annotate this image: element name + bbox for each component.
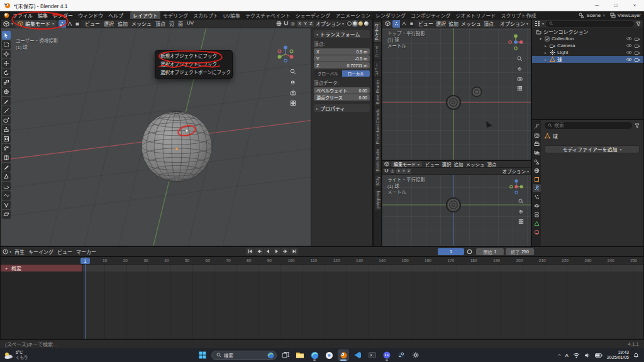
sidebar-tab[interactable]: Bone-Reader	[375, 78, 380, 106]
editor-type-icon[interactable]	[3, 21, 9, 27]
transform-section-header[interactable]: ▾ トランスフォーム	[314, 30, 370, 38]
edge-select-icon[interactable]	[400, 20, 408, 28]
tool-spin-icon[interactable]	[2, 182, 11, 190]
timeline-menu[interactable]: 再生	[13, 248, 26, 255]
frame-end-field[interactable]: 終了250	[506, 248, 534, 255]
start-button[interactable]	[197, 349, 208, 361]
mirror-axis-button[interactable]: X	[396, 168, 401, 174]
space-toggle-button[interactable]: ローカル	[342, 70, 370, 77]
blender-menu-icon[interactable]	[3, 12, 9, 18]
taskbar-app-discord[interactable]	[381, 349, 392, 361]
viewport-right-canvas[interactable]: ライト・平行投影 (1) 球 メートル	[382, 175, 531, 246]
tool-move-icon[interactable]	[2, 59, 11, 68]
outliner-row-camera[interactable]: ▸ Camera	[532, 42, 643, 49]
editor-type-dropdown-icon[interactable]: ▾	[11, 21, 13, 26]
viewport-menu[interactable]: ビュー	[424, 161, 441, 168]
tab-object-data-icon[interactable]	[533, 219, 541, 228]
outliner-row-sphere[interactable]: ▸ 球	[532, 56, 643, 63]
vertex-data-field[interactable]: ベベルウェイト0.00	[314, 87, 370, 94]
viewport-menu[interactable]: メッシュ	[465, 161, 486, 168]
frame-start-field[interactable]: 開始1	[476, 248, 504, 255]
tool-scale-icon[interactable]	[2, 78, 11, 87]
scene-unlink-icon[interactable]: ×	[602, 13, 606, 18]
expand-icon[interactable]: ▾	[538, 36, 543, 41]
navigation-gizmo[interactable]	[507, 33, 525, 51]
topbar-menu[interactable]: ファイル	[10, 12, 35, 19]
snap-magnet-icon[interactable]	[384, 168, 389, 173]
tool-select-box-icon[interactable]	[2, 40, 11, 49]
vertex-select-icon[interactable]	[392, 20, 400, 28]
zoom-icon[interactable]	[518, 199, 524, 204]
current-frame-field[interactable]: 1	[438, 248, 464, 255]
editor-type-icon[interactable]	[384, 162, 389, 167]
tool-annotate-icon[interactable]	[2, 97, 11, 106]
menu-item-hook-selected-object[interactable]: 選択オブジェクトにフック	[155, 60, 232, 69]
sidebar-tab[interactable]: ビュー	[374, 61, 381, 77]
tab-tool-icon[interactable]	[533, 123, 541, 131]
clock-widget[interactable]: 19:43 2025/01/05	[607, 350, 629, 361]
edge-select-icon[interactable]	[66, 20, 74, 28]
timeline-menu[interactable]: マーカー	[74, 248, 98, 255]
frame-ruler[interactable]: 1020304050607080901001101201301401501601…	[82, 257, 643, 265]
zoom-icon[interactable]	[290, 69, 296, 75]
taskbar-app-settings[interactable]	[410, 349, 421, 361]
viewport-menu[interactable]: 頂点	[486, 161, 498, 168]
outliner-row-light[interactable]: ▸ Light	[532, 49, 643, 56]
viewport-menu[interactable]: 頂点	[482, 20, 495, 27]
render-visibility-icon[interactable]	[635, 50, 640, 55]
prev-keyframe-button[interactable]	[255, 248, 263, 255]
tab-world-icon[interactable]	[533, 167, 541, 175]
wifi-icon[interactable]	[573, 353, 580, 358]
options-dropdown[interactable]: オプション▾	[502, 168, 529, 175]
workspace-tab[interactable]: スクリプト作成	[498, 11, 538, 19]
toggle-ortho-icon[interactable]	[290, 100, 296, 106]
viewport-menu[interactable]: 頂点	[153, 20, 167, 27]
topbar-menu[interactable]: レンダー	[50, 12, 75, 19]
workspace-tab[interactable]: アニメーション	[333, 11, 373, 19]
tab-view-layer-icon[interactable]	[533, 149, 541, 157]
topbar-menu[interactable]: ウィンドウ	[75, 12, 106, 19]
close-button[interactable]: ×	[625, 0, 644, 11]
taskbar-app-blender[interactable]	[338, 349, 349, 361]
topbar-menu[interactable]: ヘルプ	[106, 12, 126, 19]
sidebar-tab[interactable]: 3City	[375, 175, 380, 188]
face-select-icon[interactable]	[74, 20, 81, 28]
hide-eye-icon[interactable]	[626, 50, 632, 55]
proportional-edit-icon[interactable]: ◎	[391, 168, 394, 173]
filter-icon[interactable]	[635, 123, 640, 128]
viewport-menu[interactable]: 追加	[453, 161, 465, 168]
viewport-menu[interactable]: 追加	[116, 20, 130, 27]
viewport-menu[interactable]: メッシュ	[460, 20, 482, 27]
pan-hand-icon[interactable]	[517, 66, 523, 72]
toggle-ortho-icon[interactable]	[517, 85, 523, 91]
next-keyframe-button[interactable]	[281, 248, 289, 255]
viewport-menu[interactable]: メッシュ	[130, 20, 153, 27]
play-button[interactable]	[272, 248, 280, 255]
material-shading-icon[interactable]	[358, 21, 363, 26]
toggle-ortho-icon[interactable]	[518, 219, 524, 224]
taskbar-app-browser[interactable]	[323, 349, 335, 361]
rendered-shading-icon[interactable]	[364, 21, 369, 26]
timeline-menu[interactable]: キーイング	[26, 248, 55, 255]
options-dropdown[interactable]: オプション▾	[500, 20, 528, 27]
tool-shear-icon[interactable]	[2, 210, 11, 219]
workspace-tab[interactable]: ジオメトリノード	[453, 11, 498, 19]
transform-field[interactable]: Z0.70711 m	[314, 62, 370, 69]
breadcrumb-object[interactable]: 球	[553, 133, 558, 140]
mode-selector[interactable]: 編集モード ▾	[15, 20, 57, 28]
outliner-row-scene-collection[interactable]: シーンコレクション	[532, 28, 643, 35]
track-area[interactable]	[82, 265, 643, 339]
expand-icon[interactable]: ▸	[543, 50, 548, 55]
notification-bell-icon[interactable]	[633, 352, 639, 358]
options-dropdown[interactable]: オプション▾	[316, 20, 344, 27]
hide-eye-icon[interactable]	[626, 43, 632, 48]
tool-measure-icon[interactable]	[2, 106, 11, 115]
weather-widget[interactable]: 6°C くもり	[0, 350, 28, 360]
tool-rotate-icon[interactable]	[2, 69, 11, 77]
pan-hand-icon[interactable]	[518, 209, 524, 214]
battery-icon[interactable]	[595, 353, 602, 358]
viewport-menu[interactable]: 選択	[102, 20, 116, 27]
hide-eye-icon[interactable]	[626, 36, 632, 41]
mirror-axis-button[interactable]: Y	[401, 168, 406, 174]
expand-icon[interactable]: ▸	[543, 43, 548, 48]
